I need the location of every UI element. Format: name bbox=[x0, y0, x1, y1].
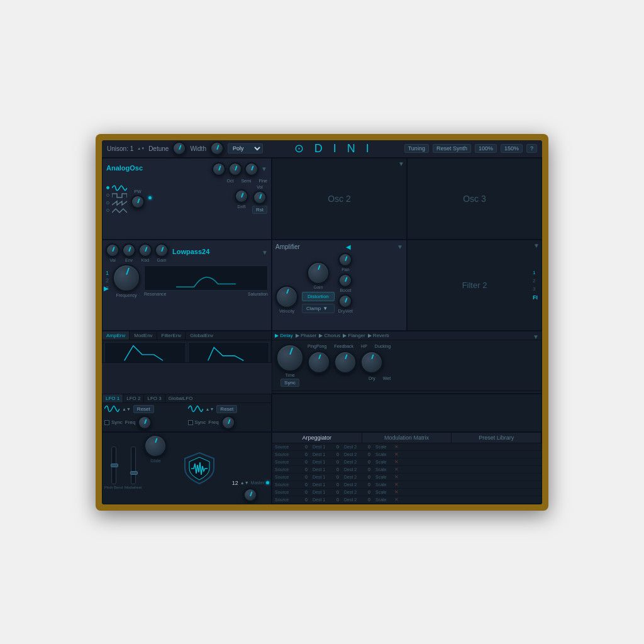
tab-arpeggiator[interactable]: Arpeggiator bbox=[272, 433, 362, 443]
gain-knob[interactable] bbox=[307, 262, 330, 284]
glide-knob[interactable] bbox=[144, 435, 167, 457]
glide-area: Glide bbox=[144, 435, 167, 502]
fx-tab-reverb[interactable]: ▶ Reverb bbox=[368, 333, 389, 338]
tuning-button[interactable]: Tuning bbox=[404, 144, 429, 153]
row-2: Val Env Kbd Gain bbox=[102, 240, 542, 331]
mod-x-3[interactable]: ✕ bbox=[394, 467, 402, 472]
reset-synth-button[interactable]: Reset Synth bbox=[433, 144, 471, 153]
mod-x-4[interactable]: ✕ bbox=[394, 474, 402, 480]
mod-source-4: Source bbox=[275, 475, 300, 479]
boost-knob[interactable] bbox=[338, 274, 352, 287]
detune-knob[interactable] bbox=[172, 142, 186, 155]
drift-knob[interactable] bbox=[235, 189, 248, 203]
pw-knob[interactable] bbox=[131, 195, 145, 209]
wave-sine[interactable] bbox=[106, 185, 127, 191]
lfo2-reset-btn[interactable]: Reset bbox=[216, 405, 237, 413]
tab-modenv[interactable]: ModEnv bbox=[130, 331, 157, 340]
voice-count-spinner[interactable]: ▲▼ bbox=[240, 480, 249, 485]
filter-kbd-knob[interactable] bbox=[138, 243, 152, 257]
fx-tab-flanger[interactable]: ▶ Flanger bbox=[343, 333, 365, 338]
synth-body: Unison: 1 ▲▼ Detune Width Poly Mono Lega… bbox=[102, 140, 542, 504]
fx-tab-phaser[interactable]: ▶ Phaser bbox=[296, 333, 317, 338]
filter3-arrow[interactable]: ▼ bbox=[533, 333, 539, 340]
tab-presetlibrary[interactable]: Preset Library bbox=[452, 433, 541, 443]
mod-x-1[interactable]: ✕ bbox=[394, 452, 402, 457]
wave-saw[interactable] bbox=[106, 200, 127, 206]
lfo1-freq-knob[interactable] bbox=[138, 416, 152, 430]
tab-ampenv[interactable]: AmpEnv bbox=[103, 331, 130, 340]
env2-graph bbox=[188, 342, 270, 363]
tab-lfo1[interactable]: LFO 1 bbox=[103, 394, 123, 402]
delay-hp-knob[interactable] bbox=[334, 351, 357, 374]
mod-matrix-row-4: Source 0 Dest 1 0 Dest 2 0 Scale ✕ bbox=[272, 474, 541, 481]
tab-globalenv[interactable]: GlobalEnv bbox=[186, 331, 217, 340]
master-knob[interactable] bbox=[243, 488, 257, 502]
width-knob[interactable] bbox=[210, 142, 224, 155]
mod-dest1-2: Dest 1 bbox=[313, 460, 331, 464]
mod-x-7[interactable]: ✕ bbox=[394, 497, 402, 502]
help-button[interactable]: ? bbox=[526, 144, 537, 153]
delay-sync-button[interactable]: Sync bbox=[280, 379, 299, 387]
fx-tabs: ▶ Delay ▶ Phaser ▶ Chorus ▶ Flanger ▶ Re… bbox=[272, 331, 541, 340]
lfo1-wave-spinner[interactable]: ▲▼ bbox=[122, 407, 131, 411]
amp-arrow-left[interactable]: ◀ bbox=[346, 243, 351, 250]
filter-env-knob[interactable] bbox=[122, 243, 136, 257]
pan-knob[interactable] bbox=[338, 253, 352, 267]
osc1-oct-knob[interactable] bbox=[212, 162, 226, 176]
delay-ducking-knob[interactable] bbox=[360, 351, 383, 374]
lfo2-freq-knob[interactable] bbox=[221, 416, 235, 430]
tab-lfo2[interactable]: LFO 2 bbox=[123, 394, 144, 402]
tab-modmatrix[interactable]: Modulation Matrix bbox=[362, 433, 452, 443]
mod-val-s7: 0 bbox=[300, 497, 313, 502]
clamp-button[interactable]: Clamp ▼ bbox=[302, 304, 335, 313]
filter-arrow[interactable]: ▼ bbox=[262, 249, 268, 256]
osc1-knob-labels: Oct Semi Fine bbox=[106, 179, 267, 183]
osc1-menu-arrow[interactable]: ▼ bbox=[261, 165, 267, 172]
rst-button[interactable]: Rst bbox=[252, 206, 267, 214]
wave-square[interactable] bbox=[106, 192, 127, 199]
poly-select[interactable]: Poly Mono Legato bbox=[228, 143, 263, 153]
velocity-knob[interactable] bbox=[275, 286, 298, 308]
distortion-button[interactable]: Distortion bbox=[302, 292, 335, 301]
filter2-arrow[interactable]: ▼ bbox=[533, 242, 540, 249]
osc1-semi-knob[interactable] bbox=[228, 162, 242, 176]
mod-x-2[interactable]: ✕ bbox=[394, 459, 402, 465]
tab-globallfo[interactable]: GlobalLFO bbox=[165, 394, 196, 402]
mod-x-5[interactable]: ✕ bbox=[394, 482, 402, 487]
filter-num-1[interactable]: 1 bbox=[106, 270, 109, 276]
mod-dest1-5: Dest 1 bbox=[313, 482, 331, 487]
env2-svg bbox=[189, 343, 269, 363]
vol-knob[interactable] bbox=[253, 191, 267, 204]
pan-label: Pan bbox=[341, 267, 349, 272]
osc2-arrow[interactable]: ▼ bbox=[398, 160, 404, 167]
mod-x-0[interactable]: ✕ bbox=[394, 444, 402, 450]
wave-tri[interactable] bbox=[106, 208, 127, 214]
delay-feedback-knob[interactable] bbox=[308, 351, 330, 374]
filter-vel-knob[interactable] bbox=[106, 243, 119, 257]
lfo1-reset-btn[interactable]: Reset bbox=[133, 405, 154, 413]
zoom-150-button[interactable]: 150% bbox=[501, 144, 523, 153]
tab-lfo3[interactable]: LFO 3 bbox=[144, 394, 165, 402]
delay-time-knob[interactable] bbox=[276, 344, 304, 372]
mod-x-6[interactable]: ✕ bbox=[394, 489, 402, 495]
amp-arrow-down[interactable]: ▼ bbox=[397, 243, 403, 250]
lfo1-sync[interactable]: Sync bbox=[104, 419, 123, 425]
filter-num-2[interactable]: 2 bbox=[106, 277, 109, 284]
lfo-section: LFO 1 LFO 2 LFO 3 GlobalLFO ▲▼ bbox=[102, 394, 272, 432]
lfo2-wave-spinner[interactable]: ▲▼ bbox=[206, 407, 214, 411]
unison-spinner[interactable]: ▲▼ bbox=[137, 147, 145, 150]
filter-route-arrow[interactable]: ▶ bbox=[104, 285, 109, 292]
zoom-100-button[interactable]: 100% bbox=[475, 144, 497, 153]
osc1-fine-knob[interactable] bbox=[245, 162, 258, 176]
pitch-bend-slider[interactable] bbox=[111, 447, 116, 484]
fx-tab-delay[interactable]: ▶ Delay bbox=[275, 333, 293, 338]
filter-freq-knob[interactable] bbox=[113, 264, 140, 292]
lfo2-sync[interactable]: Sync bbox=[188, 419, 206, 425]
filter-freq-area: Frequency bbox=[113, 264, 140, 297]
filter-gain-knob[interactable] bbox=[155, 243, 169, 257]
lfo1-area: ▲▼ Reset Sync Freq bbox=[104, 405, 186, 430]
drywet-knob[interactable] bbox=[338, 294, 352, 308]
mod-wheel-slider[interactable] bbox=[131, 447, 136, 484]
tab-filterenv[interactable]: FilterEnv bbox=[158, 331, 186, 340]
fx-tab-chorus[interactable]: ▶ Chorus bbox=[319, 333, 340, 338]
